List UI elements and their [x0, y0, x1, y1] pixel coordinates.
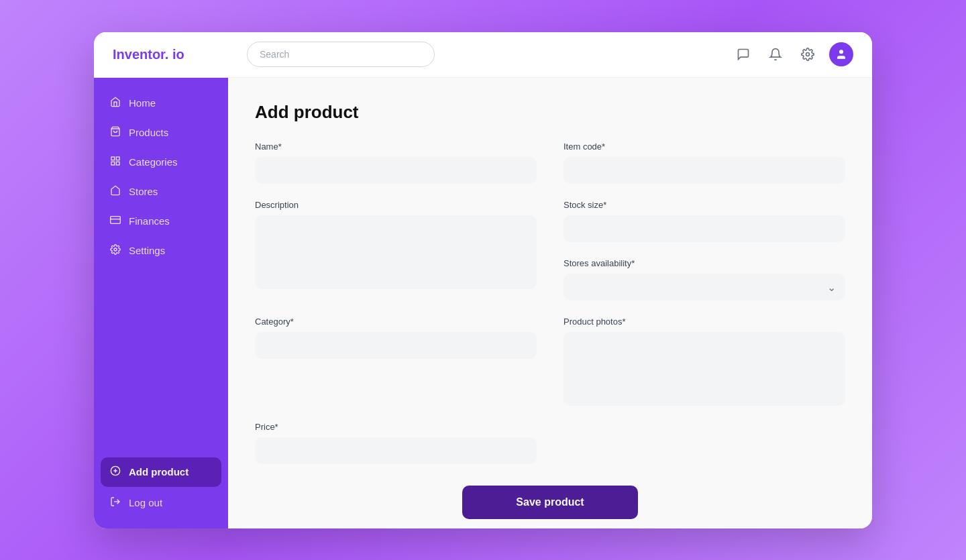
- page-title: Add product: [255, 102, 845, 123]
- sidebar-item-home[interactable]: Home: [94, 89, 228, 118]
- bell-icon[interactable]: [765, 44, 786, 65]
- svg-rect-4: [116, 157, 119, 160]
- stores-availability-select[interactable]: All stores Selected stores: [564, 274, 845, 300]
- sidebar-item-add-product[interactable]: Add product: [101, 457, 221, 487]
- products-icon: [110, 126, 121, 139]
- item-code-input[interactable]: [564, 157, 845, 184]
- description-label: Description: [255, 200, 537, 210]
- sidebar-item-categories-label: Categories: [129, 156, 178, 168]
- header-actions: [733, 42, 853, 66]
- description-field-group: Description: [255, 200, 537, 300]
- category-input[interactable]: [255, 332, 537, 359]
- avatar[interactable]: [829, 42, 853, 66]
- svg-point-0: [806, 53, 810, 56]
- svg-rect-3: [111, 157, 115, 160]
- product-photos-upload[interactable]: [564, 332, 845, 406]
- sidebar-item-products-label: Products: [129, 127, 168, 138]
- sidebar-item-home-label: Home: [129, 97, 156, 109]
- stores-availability-select-wrap: All stores Selected stores: [564, 274, 845, 300]
- stock-size-label: Stock size*: [564, 200, 845, 210]
- search-input[interactable]: [247, 42, 435, 67]
- nav-spacer: [94, 266, 228, 456]
- save-product-button[interactable]: Save product: [462, 486, 637, 519]
- sidebar-item-add-product-label: Add product: [129, 466, 189, 478]
- sidebar-item-categories[interactable]: Categories: [94, 148, 228, 177]
- price-field-group: Price*: [255, 422, 537, 464]
- name-input[interactable]: [255, 157, 537, 184]
- product-form: Name* Item code* Description Stock size*: [255, 142, 845, 519]
- sidebar-item-finances[interactable]: Finances: [94, 207, 228, 236]
- price-label: Price*: [255, 422, 537, 432]
- settings-icon[interactable]: [797, 44, 818, 65]
- item-code-label: Item code*: [564, 142, 845, 152]
- settings-nav-icon: [110, 244, 121, 258]
- product-photos-field-group: Product photos*: [564, 317, 845, 406]
- svg-point-1: [839, 50, 843, 54]
- stores-availability-field-group: Stores availability* All stores Selected…: [564, 258, 845, 300]
- category-field-group: Category*: [255, 317, 537, 406]
- price-input[interactable]: [255, 437, 537, 464]
- svg-point-9: [114, 248, 117, 251]
- sidebar-item-finances-label: Finances: [129, 215, 170, 227]
- logo: Inventor. io: [113, 47, 247, 62]
- app-window: Inventor. io: [94, 32, 872, 528]
- sidebar-item-stores[interactable]: Stores: [94, 177, 228, 207]
- sidebar-item-stores-label: Stores: [129, 186, 158, 197]
- search-wrap: [247, 42, 733, 67]
- header: Inventor. io: [94, 32, 872, 78]
- name-label: Name*: [255, 142, 537, 152]
- stores-availability-label: Stores availability*: [564, 258, 845, 268]
- description-input[interactable]: [255, 215, 537, 289]
- stores-icon: [110, 185, 121, 199]
- stock-size-field-group: Stock size*: [564, 200, 845, 242]
- chat-icon[interactable]: [733, 44, 754, 65]
- category-label: Category*: [255, 317, 537, 327]
- home-icon: [110, 97, 121, 110]
- name-field-group: Name*: [255, 142, 537, 184]
- main-content: Add product Name* Item code* Description: [228, 78, 872, 528]
- item-code-field-group: Item code*: [564, 142, 845, 184]
- sidebar-item-logout-label: Log out: [129, 497, 162, 508]
- svg-rect-7: [111, 216, 121, 223]
- sidebar: Home Products: [94, 78, 228, 528]
- body: Home Products: [94, 78, 872, 528]
- finances-icon: [110, 215, 121, 228]
- product-photos-label: Product photos*: [564, 317, 845, 327]
- sidebar-item-settings[interactable]: Settings: [94, 236, 228, 266]
- stock-size-input[interactable]: [564, 215, 845, 242]
- svg-rect-6: [116, 162, 119, 165]
- svg-rect-5: [111, 162, 115, 165]
- categories-icon: [110, 156, 121, 169]
- logout-icon: [110, 496, 121, 510]
- sidebar-item-logout[interactable]: Log out: [94, 488, 228, 518]
- sidebar-item-settings-label: Settings: [129, 245, 165, 256]
- sidebar-item-products[interactable]: Products: [94, 118, 228, 148]
- add-product-icon: [110, 465, 121, 479]
- save-btn-wrap: Save product: [255, 486, 845, 519]
